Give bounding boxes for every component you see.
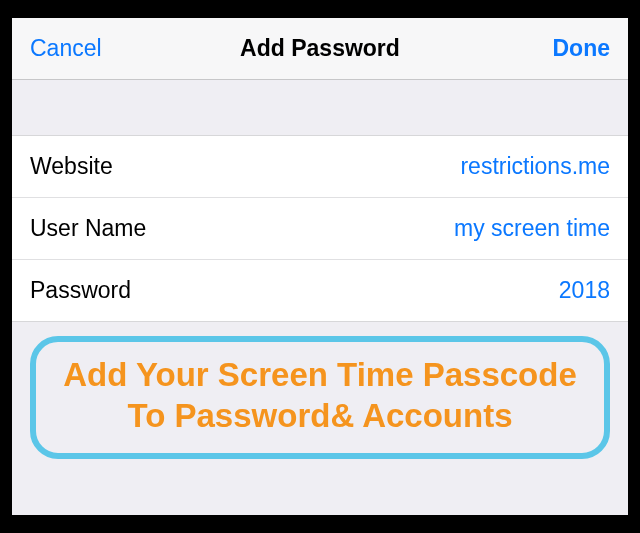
website-input[interactable]	[133, 153, 610, 180]
page-title: Add Password	[120, 35, 520, 62]
website-row[interactable]: Website	[12, 136, 628, 198]
cancel-button[interactable]: Cancel	[30, 35, 120, 62]
username-input[interactable]	[166, 215, 610, 242]
annotation-callout: Add Your Screen Time Passcode To Passwor…	[30, 336, 610, 459]
footer-area: Add Your Screen Time Passcode To Passwor…	[12, 322, 628, 515]
done-button[interactable]: Done	[520, 35, 610, 62]
username-row[interactable]: User Name	[12, 198, 628, 260]
password-row[interactable]: Password	[12, 260, 628, 322]
form-list: Website User Name Password	[12, 136, 628, 322]
website-label: Website	[30, 153, 113, 180]
username-label: User Name	[30, 215, 146, 242]
navigation-bar: Cancel Add Password Done	[12, 18, 628, 80]
outer-frame: Cancel Add Password Done Website User Na…	[0, 0, 640, 533]
annotation-text: Add Your Screen Time Passcode To Passwor…	[56, 354, 584, 437]
password-input[interactable]	[151, 277, 610, 304]
section-spacer	[12, 80, 628, 136]
ios-screen: Cancel Add Password Done Website User Na…	[12, 18, 628, 515]
password-label: Password	[30, 277, 131, 304]
